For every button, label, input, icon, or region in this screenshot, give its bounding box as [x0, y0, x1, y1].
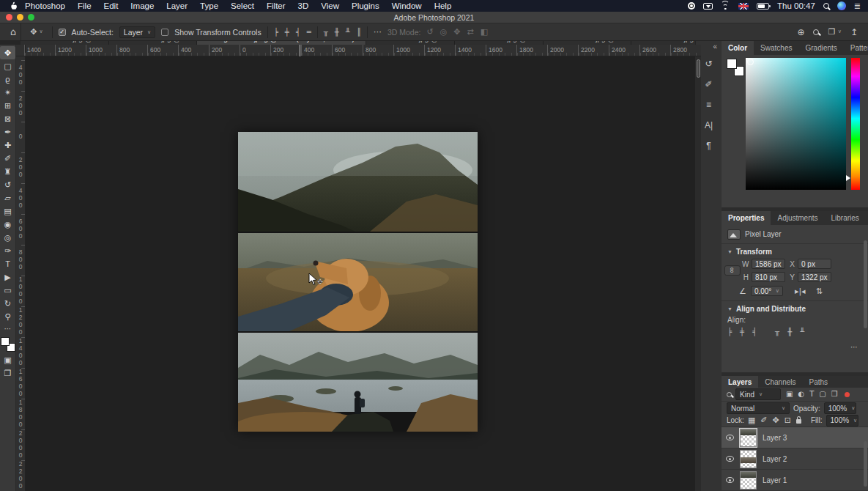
collapse-section-icon[interactable]: ▼: [727, 306, 732, 311]
lake-photo-layer[interactable]: [238, 333, 478, 432]
menu-item[interactable]: Edit: [104, 1, 119, 10]
menu-item[interactable]: Layer: [166, 1, 188, 10]
color-field-selector[interactable]: [747, 59, 754, 65]
canvas-area[interactable]: ✥: [26, 56, 701, 491]
hue-slider[interactable]: [851, 58, 860, 190]
pixel-filter-icon[interactable]: ▣: [786, 391, 793, 398]
align-bottom-icon[interactable]: ╨: [800, 328, 804, 336]
auto-select-target-dropdown[interactable]: Layer ∨: [119, 26, 155, 38]
eraser-tool[interactable]: ▱: [0, 191, 15, 204]
align-top-icon[interactable]: ╥: [775, 328, 779, 336]
brush-tool[interactable]: ✐: [0, 152, 15, 165]
align-right-icon[interactable]: ╡: [752, 328, 757, 336]
screen-mode-button[interactable]: ❐: [0, 366, 15, 380]
layer-visibility-eye-icon[interactable]: [726, 435, 734, 440]
layer-row[interactable]: Layer 2: [722, 448, 868, 470]
layers-scrollbar[interactable]: [864, 441, 867, 487]
character-icon[interactable]: A|: [700, 117, 718, 133]
saturation-brightness-field[interactable]: [746, 58, 846, 190]
fill-dropdown[interactable]: 100% ∨: [826, 415, 858, 427]
share-icon[interactable]: ↥: [850, 28, 858, 37]
more-align-options-icon[interactable]: ⋯: [722, 339, 868, 351]
account-icon[interactable]: ⊕: [797, 28, 804, 37]
y-position-field[interactable]: 1322 px: [798, 272, 831, 282]
menu-item[interactable]: Type: [200, 1, 218, 10]
panel-tab[interactable]: Patterns: [844, 41, 868, 55]
quick-mask-button[interactable]: ▣: [0, 353, 15, 366]
menu-bar-clock[interactable]: Thu 00:47: [777, 1, 815, 10]
align-top-icon[interactable]: ╥: [324, 29, 328, 36]
control-center-icon[interactable]: ≣: [854, 2, 861, 10]
dog-photo-layer[interactable]: [238, 233, 478, 331]
blur-tool[interactable]: ◉: [0, 218, 15, 231]
adjustment-filter-icon[interactable]: ◐: [798, 391, 804, 398]
panel-tab[interactable]: Channels: [758, 376, 802, 388]
layer-name[interactable]: Layer 2: [763, 455, 787, 463]
eyedropper-tool[interactable]: ✒: [0, 125, 15, 139]
zoom-tool[interactable]: ⚲: [0, 310, 15, 323]
lock-position-icon[interactable]: ✥: [773, 416, 779, 424]
flip-vertical-icon[interactable]: ⇅: [816, 287, 823, 295]
menu-item[interactable]: Photoshop: [25, 1, 65, 10]
menu-item[interactable]: Filter: [267, 1, 286, 10]
screen-mirroring-icon[interactable]: [703, 3, 713, 10]
align-horizontal-center-icon[interactable]: ╪: [285, 29, 289, 36]
rotate-view-tool[interactable]: ↻: [0, 297, 15, 310]
menu-item[interactable]: Image: [130, 1, 154, 10]
layer-visibility-eye-icon[interactable]: [726, 477, 734, 483]
vertical-ruler[interactable]: 4002000200400600800100012001400160018002…: [16, 56, 26, 491]
keyboard-layout-flag-icon[interactable]: [738, 3, 749, 10]
type-filter-icon[interactable]: T: [809, 391, 814, 398]
lock-all-icon[interactable]: [796, 419, 801, 424]
align-left-icon[interactable]: ╞: [727, 328, 732, 336]
panel-tab[interactable]: Libraries: [825, 211, 866, 225]
collapse-section-icon[interactable]: ▼: [727, 249, 732, 254]
panel-tab[interactable]: Color: [722, 41, 754, 55]
rotation-angle-field[interactable]: 0.00° ∨: [751, 286, 783, 296]
horizontal-ruler[interactable]: 1400120010008006004002000200400600800100…: [24, 45, 701, 56]
menu-item[interactable]: Plugins: [352, 1, 379, 10]
smart-object-filter-icon[interactable]: ❒: [831, 391, 838, 398]
gradient-tool[interactable]: ▤: [0, 204, 15, 218]
properties-scrollbar[interactable]: [864, 240, 867, 328]
menu-item[interactable]: Help: [434, 1, 452, 10]
align-vertical-center-icon[interactable]: ╫: [335, 29, 339, 36]
layer-thumbnail[interactable]: [740, 450, 757, 468]
lock-artboard-icon[interactable]: ⊡: [784, 416, 791, 424]
clone-stamp-tool[interactable]: ♜: [0, 165, 15, 178]
pen-tool[interactable]: ✑: [0, 244, 15, 257]
chevron-down-icon[interactable]: ∨: [39, 29, 42, 34]
lock-paint-icon[interactable]: ✐: [760, 416, 767, 424]
align-horizontal-center-icon[interactable]: ╪: [740, 328, 744, 336]
edit-toolbar-icon[interactable]: ⋯: [4, 325, 12, 333]
panel-tab[interactable]: Layers: [722, 376, 758, 388]
layer-name[interactable]: Layer 1: [763, 476, 787, 484]
open-document[interactable]: [238, 132, 478, 432]
marquee-tool[interactable]: ▢: [0, 59, 15, 73]
distribute-horizontal-icon[interactable]: ═: [307, 29, 311, 36]
brush-settings-icon[interactable]: ✐: [700, 76, 718, 92]
paragraph-icon[interactable]: ¶: [700, 138, 718, 154]
move-tool[interactable]: ✥: [0, 46, 15, 59]
width-field[interactable]: 1586 px: [752, 259, 785, 269]
hue-slider-pointer[interactable]: [846, 175, 850, 181]
menu-item[interactable]: View: [321, 1, 339, 10]
panel-tab[interactable]: Gradients: [798, 41, 843, 55]
close-tab-icon[interactable]: ×: [550, 41, 554, 43]
mountain-photo-layer[interactable]: [238, 132, 478, 232]
rectangle-tool[interactable]: ▭: [0, 284, 15, 297]
close-tab-icon[interactable]: ×: [638, 41, 642, 43]
panel-tab[interactable]: Adjustments: [771, 211, 824, 225]
workspace-switcher-icon[interactable]: ❐ ∨: [828, 28, 842, 36]
wifi-icon[interactable]: [721, 2, 730, 10]
collapse-panels-icon[interactable]: «: [708, 41, 722, 53]
quick-selection-tool[interactable]: ✴: [0, 86, 15, 99]
align-bottom-icon[interactable]: ╨: [346, 29, 350, 36]
type-tool[interactable]: T: [0, 257, 15, 270]
layer-filter-kind-dropdown[interactable]: Kind ∨: [735, 388, 781, 400]
close-tab-icon[interactable]: ×: [204, 41, 208, 43]
siri-icon[interactable]: [837, 1, 846, 10]
path-selection-tool[interactable]: ▶: [0, 270, 15, 284]
close-tab-icon[interactable]: ×: [27, 41, 31, 43]
align-left-icon[interactable]: ╞: [274, 29, 278, 36]
